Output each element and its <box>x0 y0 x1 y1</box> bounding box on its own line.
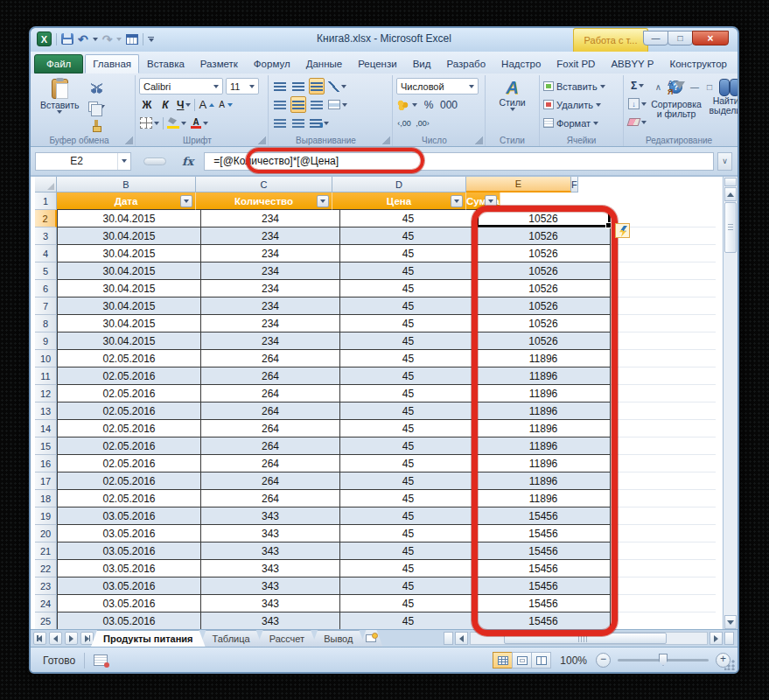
sort-filter-button[interactable]: АЯ Сортировка и фильтр <box>649 77 703 130</box>
cell-price[interactable]: 45 <box>340 612 477 630</box>
decrease-decimal-button[interactable]: ,00› <box>415 115 430 131</box>
cell-empty[interactable] <box>611 542 716 560</box>
row-header[interactable]: 21 <box>35 542 57 560</box>
insert-function-icon[interactable]: fx <box>182 155 193 168</box>
cell-date[interactable]: 30.04.2015 <box>57 280 201 298</box>
cell-quantity[interactable]: 264 <box>201 402 340 420</box>
column-header[interactable]: B <box>57 177 196 192</box>
cell-date[interactable]: 03.05.2016 <box>57 525 201 542</box>
cell-quantity[interactable]: 264 <box>201 385 340 402</box>
scroll-down-button[interactable] <box>724 615 737 629</box>
row-header[interactable]: 18 <box>35 490 57 508</box>
cell-date[interactable]: 03.05.2016 <box>57 542 201 560</box>
dialog-launcher-icon[interactable] <box>258 136 266 144</box>
ribbon-tab[interactable]: Разрабо <box>438 54 493 74</box>
cell-price[interactable]: 45 <box>340 455 477 472</box>
scroll-right-button[interactable] <box>710 632 723 645</box>
cell-empty[interactable] <box>611 385 716 402</box>
ribbon-tab[interactable]: Данные <box>298 54 351 74</box>
cell-date[interactable]: 02.05.2016 <box>57 438 201 455</box>
table-header-cell[interactable]: Дата <box>57 192 196 210</box>
formula-input[interactable]: =[@Количество]*[@Цена] <box>204 152 714 171</box>
cell-price[interactable]: 45 <box>340 385 477 402</box>
align-right-button[interactable] <box>309 96 325 113</box>
cell-price[interactable]: 45 <box>340 350 477 368</box>
underline-button[interactable]: Ч <box>176 96 192 113</box>
cell-quantity[interactable]: 234 <box>201 298 340 315</box>
bold-button[interactable]: Ж <box>139 96 155 113</box>
cell-price[interactable]: 45 <box>340 210 477 228</box>
font-color-button[interactable]: А <box>190 115 209 131</box>
cell-price[interactable]: 45 <box>340 262 477 280</box>
find-select-button[interactable]: Найти и выделить <box>705 77 739 130</box>
cell-sum[interactable]: 11896 <box>477 490 611 508</box>
cell-sum[interactable]: 10526 <box>477 280 611 298</box>
cell-price[interactable]: 45 <box>340 472 477 490</box>
cell-price[interactable]: 45 <box>340 280 477 298</box>
cell-quantity[interactable]: 264 <box>201 490 340 508</box>
view-normal-button[interactable] <box>493 652 513 668</box>
sheet-tab[interactable]: Вывод <box>311 630 365 647</box>
cell-quantity[interactable]: 343 <box>201 595 340 612</box>
cell-date[interactable]: 30.04.2015 <box>57 262 201 280</box>
comma-style-button[interactable]: 000 <box>439 96 458 113</box>
number-format-select[interactable]: Числовой <box>396 78 479 94</box>
row-header[interactable]: 8 <box>35 315 57 332</box>
cell-sum[interactable]: 10526 <box>477 298 611 315</box>
ribbon-tab[interactable]: Файл <box>34 54 83 74</box>
ribbon-tab[interactable]: Foxit PD <box>549 54 603 74</box>
paste-button[interactable]: Вставить <box>36 77 84 134</box>
ribbon-tab[interactable]: Конструктор <box>661 54 735 74</box>
sheet-tab[interactable]: Продукты питания <box>91 630 206 647</box>
ribbon-tab[interactable]: Главная <box>85 54 139 74</box>
hscroll-split-handle[interactable] <box>444 632 453 645</box>
scroll-split-handle[interactable] <box>724 178 737 186</box>
scroll-left-button[interactable] <box>455 632 468 645</box>
cell-empty[interactable] <box>611 420 716 438</box>
align-center-button[interactable] <box>290 96 306 113</box>
resize-grip[interactable] <box>724 660 735 670</box>
view-page-break-button[interactable] <box>531 652 551 668</box>
cell-sum[interactable]: 15456 <box>477 525 611 542</box>
ribbon-tab[interactable]: Формул <box>246 54 298 74</box>
cell-price[interactable]: 45 <box>340 508 477 525</box>
cell-empty[interactable] <box>611 578 716 595</box>
format-cells-button[interactable]: Формат <box>543 114 619 132</box>
align-left-button[interactable] <box>272 96 288 113</box>
cell-quantity[interactable]: 343 <box>201 560 340 578</box>
cell-date[interactable]: 02.05.2016 <box>57 455 201 472</box>
sheet-nav-first-button[interactable] <box>33 632 46 645</box>
cell-sum[interactable]: 10526 <box>477 315 611 332</box>
cell-date[interactable]: 30.04.2015 <box>57 245 201 262</box>
cell-quantity[interactable]: 234 <box>201 280 340 298</box>
row-header[interactable]: 7 <box>35 298 57 315</box>
row-header[interactable]: 14 <box>35 420 57 438</box>
cell-empty[interactable] <box>611 508 716 525</box>
cell-sum[interactable]: 11896 <box>477 455 611 472</box>
cell-sum[interactable]: 15456 <box>477 612 611 630</box>
cell-price[interactable]: 45 <box>340 525 477 542</box>
row-header[interactable]: 10 <box>35 350 57 368</box>
cell-price[interactable]: 45 <box>340 368 477 385</box>
row-header[interactable]: 22 <box>35 560 57 578</box>
cell-empty[interactable] <box>611 455 716 472</box>
row-header[interactable]: 23 <box>35 578 57 595</box>
table-header-cell[interactable]: Количество <box>196 192 332 210</box>
vertical-scrollbar[interactable] <box>723 177 738 629</box>
column-header[interactable]: D <box>332 177 466 192</box>
cell-empty[interactable] <box>611 245 716 262</box>
ribbon-tab[interactable]: Разметк <box>192 54 246 74</box>
cell-empty[interactable] <box>611 490 716 508</box>
cell-price[interactable]: 45 <box>340 490 477 508</box>
cell-date[interactable]: 02.05.2016 <box>57 385 201 402</box>
cell-quantity[interactable]: 234 <box>201 210 340 228</box>
cell-price[interactable]: 45 <box>340 595 477 612</box>
cell-quantity[interactable]: 264 <box>201 438 340 455</box>
cell-date[interactable]: 02.05.2016 <box>57 472 201 490</box>
delete-cells-button[interactable]: Удалить <box>543 95 619 114</box>
cell-date[interactable]: 02.05.2016 <box>57 420 201 438</box>
cell-empty[interactable] <box>611 332 716 350</box>
cell-quantity[interactable]: 264 <box>201 368 340 385</box>
sheet-tab[interactable]: Таблица <box>200 630 262 647</box>
ribbon-tab[interactable]: Вид <box>405 54 439 74</box>
